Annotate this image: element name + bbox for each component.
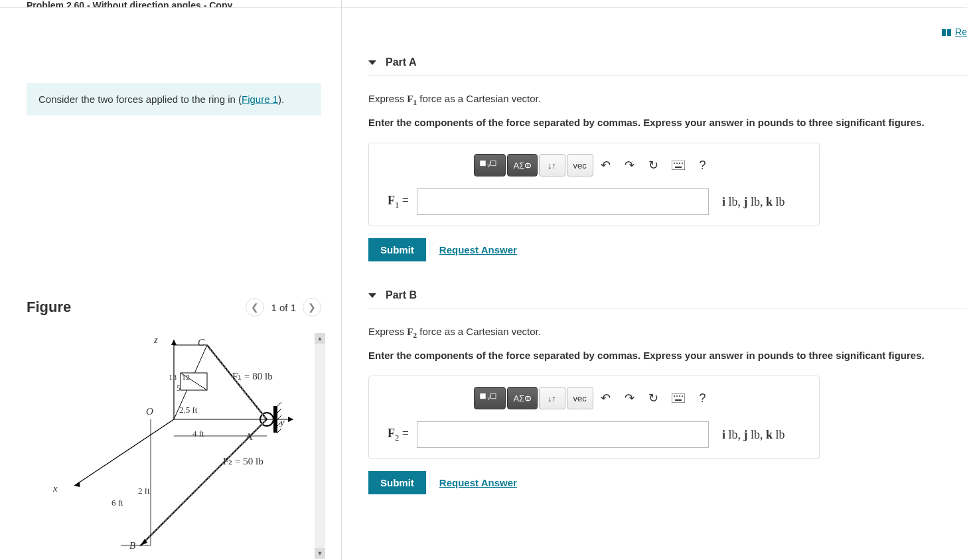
vec-button[interactable]: vec [567, 387, 593, 409]
label-z: z [154, 334, 158, 346]
svg-rect-25 [481, 161, 486, 166]
part-a-answer-input[interactable] [417, 188, 709, 215]
part-b-title: Part B [386, 289, 417, 301]
part-a-header[interactable]: Part A [368, 50, 967, 76]
greek-button[interactable]: ΑΣΦ [507, 387, 537, 409]
svg-point-30 [676, 163, 678, 164]
svg-rect-33 [675, 167, 682, 168]
equation-toolbar: √ ΑΣΦ ↓↑ vec ↶ ↷ ↻ ? [380, 154, 808, 176]
label-F1: F₁ = 80 lb [232, 370, 273, 382]
label-d1: 2.5 ft [179, 405, 197, 415]
figure-link[interactable]: Figure 1 [242, 94, 278, 105]
caret-down-icon [368, 60, 376, 65]
figure-title: Figure [27, 299, 71, 316]
part-a-answer-box: √ ΑΣΦ ↓↑ vec ↶ ↷ ↻ ? F1 = [368, 143, 820, 226]
label-tri-a: 13 [169, 373, 177, 383]
part-a: Part A Express F1 force as a Cartesian v… [368, 50, 967, 261]
part-b-prompt: Express F2 force as a Cartesian vector. [368, 326, 960, 339]
scroll-down-icon[interactable]: ▼ [315, 548, 325, 559]
part-a-request-answer-link[interactable]: Request Answer [439, 244, 517, 255]
scroll-up-icon[interactable]: ▲ [315, 333, 325, 344]
svg-text:√: √ [487, 161, 491, 169]
svg-rect-34 [481, 393, 486, 399]
figure-next-button[interactable]: ❯ [303, 298, 321, 316]
right-pane: Re Part A Express F1 force as a Cartesia… [342, 0, 967, 560]
keyboard-icon [672, 161, 685, 170]
label-d3: 2 ft [138, 486, 150, 496]
statement-text-suffix: ). [278, 94, 284, 105]
label-A: A [246, 431, 253, 443]
help-button[interactable]: ? [692, 387, 714, 409]
label-O: O [146, 406, 153, 417]
label-C: C [198, 337, 204, 348]
greek-button[interactable]: ΑΣΦ [507, 154, 537, 176]
undo-button[interactable]: ↶ [595, 387, 617, 409]
svg-marker-15 [74, 482, 80, 487]
equation-toolbar: √ ΑΣΦ ↓↑ vec ↶ ↷ ↻ ? [380, 387, 808, 409]
diagram-svg [41, 333, 307, 552]
redo-button[interactable]: ↷ [619, 387, 641, 409]
review-link[interactable]: Re [942, 27, 967, 37]
label-y: y [280, 417, 285, 428]
part-a-submit-button[interactable]: Submit [368, 238, 426, 261]
vec-button[interactable]: vec [567, 154, 593, 176]
part-b-instruction: Enter the components of the force separa… [368, 348, 960, 362]
problem-statement: Consider the two forces applied to the r… [27, 83, 321, 115]
svg-line-24 [277, 429, 281, 433]
reset-button[interactable]: ↻ [642, 387, 665, 409]
label-d2: 4 ft [192, 429, 204, 439]
svg-point-38 [674, 395, 675, 397]
figure-prev-button[interactable]: ❮ [246, 298, 264, 316]
part-b-request-answer-link[interactable]: Request Answer [439, 477, 517, 488]
svg-line-21 [277, 409, 281, 413]
svg-rect-36 [491, 393, 496, 399]
part-a-answer-label: F1 = [380, 194, 409, 210]
svg-marker-17 [171, 340, 177, 345]
svg-line-0 [74, 419, 174, 486]
part-a-instruction: Enter the components of the force separa… [368, 115, 960, 129]
undo-button[interactable]: ↶ [595, 154, 617, 176]
label-B: B [129, 540, 135, 551]
part-b-answer-label: F2 = [380, 427, 409, 443]
subscript-button[interactable]: ↓↑ [539, 387, 565, 409]
label-x: x [53, 483, 58, 494]
part-b-answer-box: √ ΑΣΦ ↓↑ vec ↶ ↷ ↻ ? F2 = [368, 376, 820, 459]
svg-rect-37 [672, 393, 685, 403]
templates-button[interactable]: √ [474, 154, 506, 176]
label-d4: 6 ft [112, 498, 123, 508]
keyboard-icon [672, 393, 685, 403]
reset-button[interactable]: ↻ [642, 154, 665, 176]
figure-nav: ❮ 1 of 1 ❯ [246, 298, 321, 316]
templates-button[interactable]: √ [474, 387, 506, 409]
label-tri-c: 5 [177, 384, 181, 393]
svg-point-32 [682, 163, 683, 164]
svg-rect-27 [491, 161, 496, 166]
part-b-submit-button[interactable]: Submit [368, 471, 426, 494]
part-b-header[interactable]: Part B [368, 283, 967, 309]
figure-image: z C O A y x B F₁ = 80 lb F₂ = 50 lb 2.5 … [27, 333, 321, 559]
statement-text-prefix: Consider the two forces applied to the r… [38, 94, 242, 105]
svg-point-41 [682, 395, 683, 397]
svg-rect-42 [675, 399, 682, 401]
label-tri-b: 12 [182, 373, 190, 383]
part-b-answer-input[interactable] [417, 421, 709, 448]
part-b: Part B Express F2 force as a Cartesian v… [368, 283, 967, 494]
help-button[interactable]: ? [692, 154, 714, 176]
svg-rect-19 [273, 406, 277, 433]
keyboard-button[interactable] [666, 154, 690, 176]
figure-scrollbar[interactable]: ▲ ▼ [315, 333, 325, 559]
subscript-button[interactable]: ↓↑ [539, 154, 565, 176]
part-a-title: Part A [386, 56, 417, 68]
svg-point-29 [674, 163, 675, 164]
svg-point-39 [676, 395, 678, 397]
svg-marker-16 [288, 417, 293, 422]
part-a-units: i lb, j lb, k lb [722, 195, 785, 209]
figure-header: Figure ❮ 1 of 1 ❯ [27, 298, 321, 316]
svg-text:√: √ [487, 394, 491, 401]
part-a-prompt: Express F1 force as a Cartesian vector. [368, 93, 960, 106]
part-b-units: i lb, j lb, k lb [722, 428, 785, 442]
svg-rect-28 [672, 161, 685, 170]
redo-button[interactable]: ↷ [619, 154, 641, 176]
left-pane: Consider the two forces applied to the r… [0, 0, 342, 560]
keyboard-button[interactable] [666, 387, 690, 409]
